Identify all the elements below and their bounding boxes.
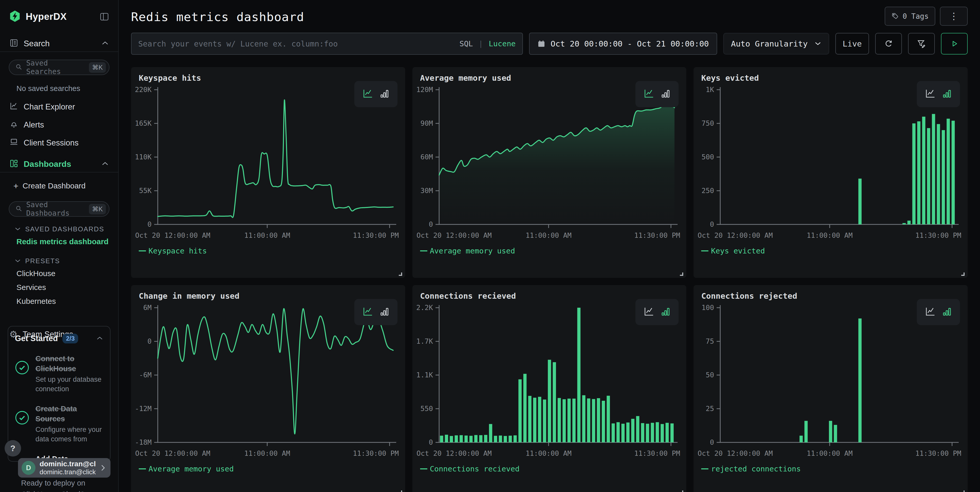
tags-button[interactable]: 0 Tags	[885, 7, 935, 26]
create-dashboard-button[interactable]: + Create Dashboard	[0, 178, 118, 194]
svg-text:1.1K: 1.1K	[416, 371, 433, 379]
chart-type-toggle[interactable]	[354, 299, 398, 325]
svg-text:Oct 20 12:00:00 AM: Oct 20 12:00:00 AM	[698, 449, 773, 457]
svg-text:90M: 90M	[420, 119, 433, 127]
bar-chart-icon[interactable]	[660, 306, 671, 318]
svg-text:1K: 1K	[706, 86, 714, 94]
chevron-up-icon[interactable]	[101, 40, 109, 46]
presets-header[interactable]: PRESETS	[0, 255, 118, 267]
line-chart-icon[interactable]	[925, 88, 936, 100]
line-chart-icon[interactable]	[925, 306, 936, 318]
brand-row: HyperDX	[0, 0, 118, 23]
bar-chart-icon[interactable]	[379, 306, 390, 318]
sidebar-item-redis-dashboard[interactable]: Redis metrics dashboard	[0, 235, 118, 248]
chart-legend[interactable]: Keys evicted	[701, 247, 765, 255]
more-options-button[interactable]: ⋮	[940, 7, 968, 26]
saved-searches-input[interactable]: Saved Searches ⌘K	[9, 60, 110, 75]
legend-dash	[701, 250, 708, 252]
chevron-up-icon[interactable]	[96, 336, 103, 341]
panel-resize-handle[interactable]	[961, 272, 964, 276]
language-divider: |	[479, 39, 483, 48]
sidebar-item-preset-clickhouse[interactable]: ClickHouse	[0, 267, 118, 280]
panel-resize-handle[interactable]	[680, 490, 683, 492]
sidebar-item-preset-kubernetes[interactable]: Kubernetes	[0, 295, 118, 308]
refresh-button[interactable]	[875, 33, 902, 54]
chart-type-toggle[interactable]	[354, 81, 398, 107]
granularity-select[interactable]: Auto Granularity	[723, 33, 829, 54]
sidebar-item-client-sessions[interactable]: Client Sessions	[0, 134, 118, 151]
svg-text:Oct 20 12:00:00 AM: Oct 20 12:00:00 AM	[698, 231, 773, 239]
sidebar-collapse-icon[interactable]	[100, 13, 109, 21]
legend-dash	[139, 250, 146, 252]
line-chart-icon[interactable]	[362, 306, 374, 318]
svg-text:Oct 20 12:00:00 AM: Oct 20 12:00:00 AM	[135, 231, 210, 239]
legend-label: Average memory used	[148, 465, 234, 473]
panel-resize-handle[interactable]	[680, 272, 683, 276]
event-search-input[interactable]: Search your events w/ Lucene ex. column:…	[131, 33, 523, 55]
bar-chart-icon[interactable]	[942, 88, 952, 100]
bar-chart-icon[interactable]	[660, 88, 671, 100]
get-started-item-0[interactable]: Connect to ClickHouseSet up your databas…	[15, 354, 103, 393]
saved-dashboards-input[interactable]: Saved Dashboards ⌘K	[9, 201, 110, 217]
search-icon	[15, 63, 22, 72]
live-button[interactable]: Live	[835, 33, 869, 54]
chart-legend[interactable]: rejected connections	[701, 465, 801, 473]
help-button[interactable]: ?	[5, 440, 21, 457]
chart-type-toggle[interactable]	[635, 299, 679, 325]
chevron-down-icon	[814, 41, 821, 46]
date-range-picker[interactable]: Oct 20 00:00:00 - Oct 21 00:00:00	[529, 33, 717, 55]
filter-edit-icon	[916, 39, 926, 49]
legend-label: Average memory used	[430, 247, 515, 255]
kebab-icon: ⋮	[947, 11, 961, 22]
sidebar-item-preset-services[interactable]: Services	[0, 280, 118, 295]
chart-title: Keyspace hits	[139, 73, 201, 83]
chart-title: Connections recieved	[420, 291, 516, 301]
line-chart-icon[interactable]	[643, 88, 655, 100]
create-dashboard-label: Create Dashboard	[22, 182, 86, 190]
chevron-up-icon[interactable]	[101, 161, 109, 167]
chart-legend[interactable]: Connections recieved	[420, 465, 520, 473]
run-query-button[interactable]	[941, 33, 968, 54]
chart-type-toggle[interactable]	[917, 299, 960, 325]
panel-resize-handle[interactable]	[399, 272, 402, 276]
line-chart-icon[interactable]	[643, 306, 655, 318]
get-started-item-text: Connect to ClickHouseSet up your databas…	[35, 354, 103, 393]
line-chart-icon[interactable]	[362, 88, 374, 100]
svg-text:500: 500	[702, 153, 714, 161]
svg-text:11:30:00 PM: 11:30:00 PM	[353, 231, 399, 239]
presets-header-label: PRESETS	[25, 257, 60, 265]
chart-title: Change in memory used	[139, 291, 239, 301]
svg-text:11:30:00 PM: 11:30:00 PM	[915, 231, 961, 239]
chart-legend[interactable]: Average memory used	[139, 465, 234, 473]
chart-type-toggle[interactable]	[635, 81, 679, 107]
sidebar-section-search[interactable]: Search	[0, 35, 118, 52]
avatar: D	[22, 461, 35, 475]
bar-chart-icon[interactable]	[379, 88, 390, 100]
legend-dash	[420, 468, 427, 470]
sql-toggle[interactable]: SQL	[460, 39, 473, 48]
chart-type-toggle[interactable]	[917, 81, 960, 107]
get-started-item-title: Connect to ClickHouse	[35, 354, 103, 374]
sidebar-item-label: Client Sessions	[24, 138, 79, 148]
sidebar-item-chart-explorer[interactable]: Chart Explorer	[0, 99, 118, 115]
svg-text:750: 750	[702, 119, 714, 127]
chart-legend[interactable]: Keyspace hits	[139, 247, 207, 255]
tag-icon	[891, 12, 899, 20]
sidebar-item-alerts[interactable]: Alerts	[0, 116, 118, 134]
svg-text:100: 100	[702, 304, 714, 312]
lucene-toggle[interactable]: Lucene	[489, 39, 516, 48]
bar-chart-icon[interactable]	[942, 306, 952, 318]
chart-panel-connections-received: Connections recieved2.2K1.7K1.1K5500Oct …	[412, 285, 687, 492]
chart-legend[interactable]: Average memory used	[420, 247, 515, 255]
user-menu[interactable]: D dominic.tran@clic... dominic.tran@clic…	[18, 458, 110, 478]
granularity-value: Auto Granularity	[731, 39, 808, 48]
get-started-item-1[interactable]: Create Data SourcesConfigure where your …	[15, 404, 103, 444]
sidebar-section-dashboards[interactable]: Dashboards	[0, 156, 118, 172]
panel-resize-handle[interactable]	[399, 490, 402, 492]
saved-dashboards-header[interactable]: SAVED DASHBOARDS	[0, 223, 118, 235]
panel-resize-handle[interactable]	[961, 490, 964, 492]
get-started-badge: 2/3	[62, 334, 78, 344]
filter-button[interactable]	[908, 33, 935, 54]
app-root: HyperDX Search Saved Searches ⌘K No save…	[0, 0, 980, 492]
client-sessions-icon	[9, 137, 19, 148]
